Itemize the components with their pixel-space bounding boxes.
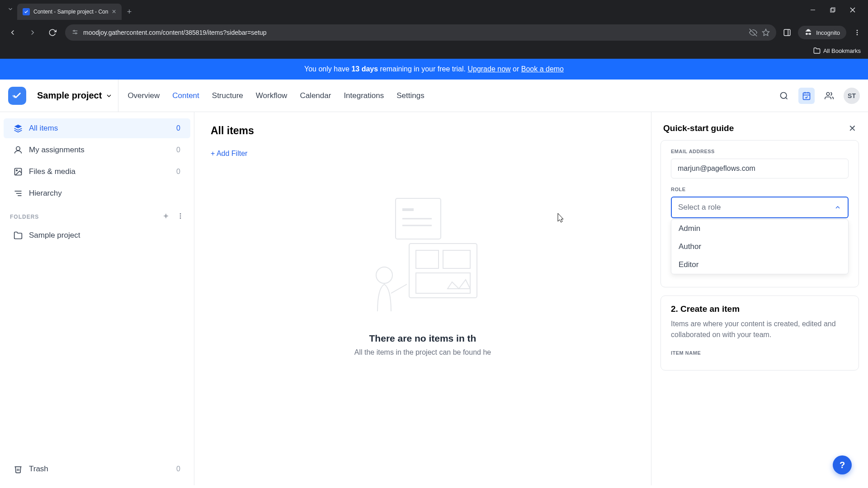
- role-select[interactable]: Select a role: [671, 197, 849, 218]
- trash-icon: [14, 465, 23, 474]
- tab-title: Content - Sample project - Con: [33, 9, 108, 15]
- sidebar-files[interactable]: Files & media 0: [4, 162, 190, 182]
- panel-close-button[interactable]: ✕: [849, 123, 856, 134]
- sidebar-all-items[interactable]: All items 0: [4, 118, 190, 138]
- quick-start-panel: Quick-start guide ✕ EMAIL ADDRESS ROLE S…: [651, 112, 868, 485]
- svg-marker-9: [763, 29, 769, 36]
- sidebar-folder-sample[interactable]: Sample project: [4, 225, 190, 245]
- site-settings-icon[interactable]: [71, 28, 79, 37]
- empty-subtitle: All the items in the project can be foun…: [211, 348, 635, 357]
- bookmarks-bar: All Bookmarks: [0, 45, 868, 57]
- step2-description: Items are where your content is created,…: [671, 319, 849, 340]
- svg-marker-42: [448, 280, 470, 289]
- book-demo-link[interactable]: Book a demo: [521, 65, 564, 73]
- tab-overview[interactable]: Overview: [127, 89, 160, 102]
- app-logo[interactable]: [8, 87, 26, 105]
- empty-illustration: [364, 194, 481, 320]
- tab-favicon: [23, 8, 30, 15]
- tab-close-icon[interactable]: ×: [112, 8, 116, 15]
- bookmark-star-icon[interactable]: [762, 28, 770, 37]
- create-item-card: 2. Create an item Items are where your c…: [660, 296, 859, 371]
- tab-structure[interactable]: Structure: [212, 89, 243, 102]
- svg-rect-39: [416, 250, 439, 268]
- svg-point-7: [74, 30, 75, 32]
- browser-tab[interactable]: Content - Sample project - Con ×: [17, 4, 122, 20]
- sidebar-assignments[interactable]: My assignments 0: [4, 140, 190, 160]
- browser-toolbar: moodjoy.gathercontent.com/content/385819…: [0, 20, 868, 45]
- add-folder-button[interactable]: [162, 212, 170, 221]
- chevron-up-icon: [834, 204, 841, 211]
- tab-content[interactable]: Content: [172, 89, 199, 102]
- tab-strip: Content - Sample project - Con × +: [0, 0, 868, 20]
- project-switcher[interactable]: Sample project: [30, 80, 118, 112]
- close-window-button[interactable]: [846, 4, 859, 16]
- sidebar-trash[interactable]: Trash 0: [4, 459, 190, 479]
- svg-point-12: [857, 30, 858, 31]
- svg-point-31: [180, 213, 181, 215]
- maximize-button[interactable]: [826, 4, 839, 16]
- sidebar: All items 0 My assignments 0 Files & med…: [0, 112, 194, 485]
- forward-button[interactable]: [25, 25, 40, 40]
- tab-integrations[interactable]: Integrations: [344, 89, 384, 102]
- svg-marker-22: [14, 125, 22, 128]
- add-filter-button[interactable]: + Add Filter: [211, 150, 635, 158]
- role-option-author[interactable]: Author: [671, 238, 848, 256]
- svg-point-32: [180, 216, 181, 217]
- side-panel-icon[interactable]: [782, 27, 793, 38]
- trial-banner: You only have 13 days remaining in your …: [0, 59, 868, 80]
- role-label: ROLE: [671, 187, 849, 192]
- tab-search-dropdown[interactable]: [4, 4, 17, 16]
- email-label: EMAIL ADDRESS: [671, 149, 849, 154]
- search-icon[interactable]: [776, 88, 792, 104]
- tab-workflow[interactable]: Workflow: [256, 89, 288, 102]
- address-bar[interactable]: moodjoy.gathercontent.com/content/385819…: [65, 24, 776, 41]
- hierarchy-icon: [14, 189, 23, 198]
- content-title: All items: [211, 125, 635, 137]
- svg-point-23: [16, 147, 20, 150]
- svg-point-13: [857, 32, 858, 33]
- incognito-eye-icon[interactable]: [749, 28, 757, 37]
- browser-menu-icon[interactable]: [852, 27, 863, 38]
- tab-calendar[interactable]: Calendar: [300, 89, 331, 102]
- sidebar-hierarchy[interactable]: Hierarchy: [4, 183, 190, 203]
- email-input[interactable]: [671, 159, 849, 178]
- folder-icon: [14, 231, 23, 240]
- people-icon[interactable]: [821, 88, 837, 104]
- svg-point-15: [781, 92, 787, 98]
- role-dropdown: Admin Author Editor: [671, 219, 849, 274]
- item-name-label: ITEM NAME: [671, 350, 849, 356]
- panel-title: Quick-start guide: [663, 123, 734, 133]
- tab-settings[interactable]: Settings: [396, 89, 424, 102]
- svg-rect-2: [831, 8, 835, 11]
- chevron-down-icon: [105, 92, 113, 99]
- svg-point-33: [180, 217, 181, 219]
- user-avatar[interactable]: ST: [844, 88, 860, 104]
- upgrade-link[interactable]: Upgrade now: [467, 65, 510, 73]
- empty-state: There are no items in th All the items i…: [211, 194, 635, 357]
- svg-line-44: [391, 284, 407, 293]
- back-button[interactable]: [5, 25, 20, 40]
- reload-button[interactable]: [45, 25, 60, 40]
- help-fab[interactable]: ?: [833, 455, 852, 474]
- main-content: All items + Add Filter There are no item…: [194, 112, 651, 485]
- empty-title: There are no items in th: [211, 333, 635, 344]
- svg-line-16: [786, 98, 787, 99]
- svg-point-8: [75, 33, 77, 34]
- incognito-indicator[interactable]: Incognito: [798, 26, 846, 39]
- url-text: moodjoy.gathercontent.com/content/385819…: [83, 29, 745, 36]
- step2-title: 2. Create an item: [671, 304, 849, 314]
- svg-rect-17: [803, 93, 810, 99]
- guide-icon[interactable]: [798, 88, 815, 104]
- browser-chrome: Content - Sample project - Con × +: [0, 0, 868, 59]
- app-body: All items 0 My assignments 0 Files & med…: [0, 112, 868, 485]
- role-option-editor[interactable]: Editor: [671, 256, 848, 274]
- svg-rect-1: [830, 9, 834, 12]
- role-option-admin[interactable]: Admin: [671, 220, 848, 238]
- app-header: Sample project Overview Content Structur…: [0, 80, 868, 112]
- svg-rect-41: [416, 273, 470, 293]
- minimize-button[interactable]: [807, 4, 819, 16]
- folder-menu-button[interactable]: [177, 212, 184, 221]
- image-icon: [14, 167, 23, 176]
- all-bookmarks-button[interactable]: All Bookmarks: [813, 47, 861, 54]
- new-tab-button[interactable]: +: [122, 5, 137, 19]
